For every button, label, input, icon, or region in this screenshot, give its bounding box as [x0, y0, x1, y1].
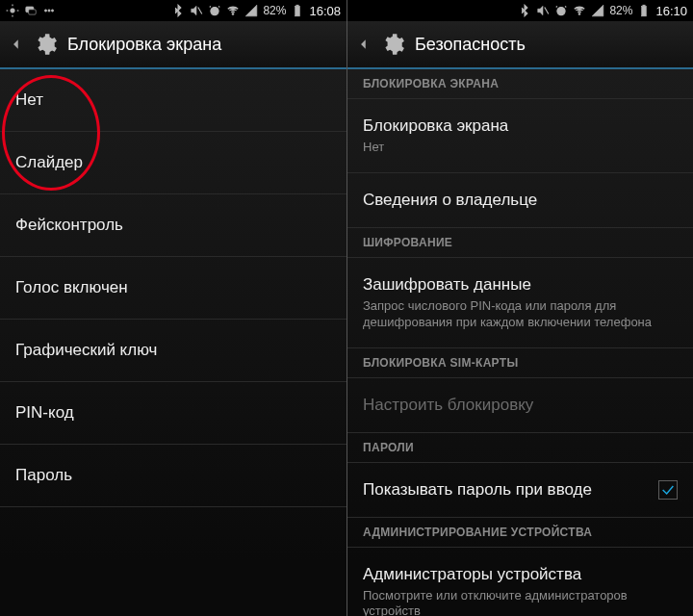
page-title: Блокировка экрана: [67, 35, 221, 55]
clock: 16:08: [309, 4, 341, 18]
svg-line-15: [545, 8, 549, 14]
status-bar: 82% 16:10: [347, 0, 693, 21]
alarm-icon: [208, 4, 221, 17]
svg-point-17: [579, 13, 581, 15]
section-passwords: ПАРОЛИ: [347, 433, 693, 463]
bluetooth-icon: [518, 4, 531, 17]
back-icon[interactable]: [357, 32, 371, 57]
settings-icon: [380, 32, 405, 57]
app-header: Безопасность: [347, 21, 693, 69]
row-lock-screen[interactable]: Блокировка экрана Нет: [347, 99, 693, 173]
signal-icon: [591, 4, 604, 17]
svg-rect-14: [296, 5, 298, 6]
back-icon[interactable]: [10, 32, 23, 57]
pane-lock-screen: 82% 16:08 Блокировка экрана Нет Слайдер …: [0, 0, 346, 616]
checkbox-show-password[interactable]: [658, 480, 678, 500]
dots-icon: [42, 4, 56, 17]
svg-point-8: [48, 10, 50, 12]
row-device-admins[interactable]: Администраторы устройства Посмотрите или…: [347, 548, 693, 616]
pane-security: 82% 16:10 Безопасность БЛОКИРОВКА ЭКРАНА…: [346, 0, 693, 616]
opt-pattern[interactable]: Графический ключ: [0, 320, 346, 382]
page-title: Безопасность: [415, 35, 526, 55]
chat-icon: [24, 4, 38, 17]
settings-icon: [33, 32, 58, 57]
brightness-icon: [6, 4, 19, 17]
section-admin: АДМИНИСТРИРОВАНИЕ УСТРОЙСТВА: [347, 518, 693, 548]
battery-icon: [637, 4, 651, 17]
section-encrypt: ШИФРОВАНИЕ: [347, 228, 693, 258]
battery-icon: [291, 4, 304, 17]
mute-icon: [536, 4, 550, 17]
svg-rect-13: [295, 6, 300, 15]
bluetooth-icon: [171, 4, 185, 17]
opt-face[interactable]: Фейсконтроль: [0, 194, 346, 257]
alarm-icon: [554, 4, 568, 17]
wifi-icon: [573, 4, 586, 17]
row-show-password[interactable]: Показывать пароль при вводе: [347, 463, 693, 518]
row-encrypt[interactable]: Зашифровать данные Запрос числового PIN-…: [347, 258, 693, 348]
signal-icon: [244, 4, 258, 17]
status-bar: 82% 16:08: [0, 0, 346, 21]
svg-rect-19: [643, 5, 645, 6]
opt-voice[interactable]: Голос включен: [0, 257, 346, 320]
svg-line-10: [198, 8, 202, 14]
svg-point-0: [11, 9, 15, 13]
mute-icon: [190, 4, 203, 17]
battery-pct: 82%: [609, 4, 632, 17]
wifi-icon: [226, 4, 240, 17]
opt-password[interactable]: Пароль: [0, 445, 346, 507]
opt-slider[interactable]: Слайдер: [0, 132, 346, 194]
section-sim: БЛОКИРОВКА SIM-КАРТЫ: [347, 348, 693, 378]
clock: 16:10: [655, 4, 687, 18]
section-lock: БЛОКИРОВКА ЭКРАНА: [347, 69, 693, 99]
lock-options-list: Нет Слайдер Фейсконтроль Голос включен Г…: [0, 69, 346, 616]
app-header: Блокировка экрана: [0, 21, 346, 69]
row-owner-info[interactable]: Сведения о владельце: [347, 173, 693, 228]
svg-point-12: [233, 13, 235, 15]
row-sim-setup: Настроить блокировку: [347, 378, 693, 433]
svg-point-9: [51, 10, 53, 12]
opt-none[interactable]: Нет: [0, 69, 346, 132]
security-list: БЛОКИРОВКА ЭКРАНА Блокировка экрана Нет …: [347, 69, 693, 616]
svg-rect-18: [642, 6, 647, 15]
svg-point-7: [44, 10, 46, 12]
opt-pin[interactable]: PIN-код: [0, 382, 346, 445]
svg-rect-6: [29, 10, 37, 14]
battery-pct: 82%: [263, 4, 286, 17]
